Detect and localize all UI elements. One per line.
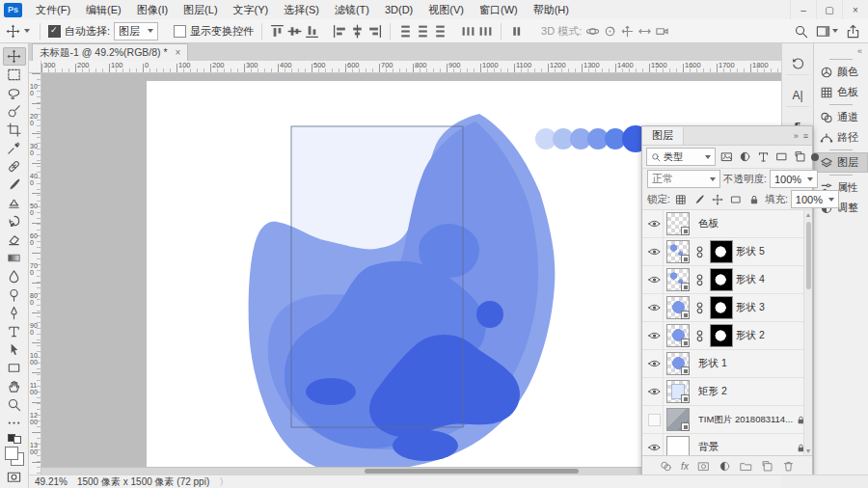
layer-name[interactable]: 形状 1 [698, 357, 812, 370]
visibility-toggle[interactable] [645, 210, 664, 237]
3d-camera-icon[interactable] [655, 24, 669, 39]
align-right-button[interactable] [367, 24, 382, 39]
visibility-toggle[interactable] [645, 294, 664, 321]
eyedropper-tool[interactable] [3, 139, 26, 157]
filter-type-layers-icon[interactable] [755, 149, 771, 165]
blend-mode-dropdown[interactable]: 正常 [647, 170, 720, 188]
move-tool[interactable] [3, 47, 26, 66]
minimize-button[interactable]: – [790, 0, 816, 19]
scroll-down-arrow[interactable]: ▼ [804, 447, 812, 454]
link-layers-button[interactable] [660, 460, 672, 473]
horizontal-scrollbar-thumb[interactable] [365, 469, 579, 474]
distribute-spacing-button[interactable] [509, 24, 524, 39]
layers-scrollbar-thumb[interactable] [806, 222, 811, 289]
menu-view[interactable]: 视图(V) [420, 1, 472, 19]
layer-mask-thumbnail[interactable] [710, 296, 733, 319]
align-left-button[interactable] [333, 24, 347, 39]
visibility-toggle[interactable] [645, 434, 664, 455]
visibility-toggle[interactable] [645, 350, 664, 377]
gradient-tool[interactable] [3, 249, 26, 267]
collapse-dock-button[interactable]: « [814, 43, 868, 57]
layer-thumbnail[interactable] [666, 268, 690, 291]
menu-edit[interactable]: 编辑(E) [78, 1, 129, 19]
zoom-tool[interactable] [3, 395, 26, 414]
vertical-ruler[interactable]: 1002003004005006007008009001000110012001… [29, 73, 41, 474]
status-chevron[interactable]: 〉 [219, 475, 229, 488]
layer-row-seban[interactable]: 色板 [642, 210, 812, 238]
layer-row-shape1[interactable]: 形状 1 [642, 350, 812, 378]
menu-filter[interactable]: 滤镜(T) [327, 1, 377, 19]
layer-row-shape4[interactable]: 形状 4 [642, 266, 812, 294]
history-brush-tool[interactable] [3, 212, 26, 230]
lock-pixels-icon[interactable] [692, 192, 707, 207]
visibility-toggle[interactable] [645, 406, 664, 433]
layer-thumbnail[interactable] [666, 380, 690, 403]
distribute-vcenter-button[interactable] [416, 24, 430, 39]
layer-thumbnail[interactable] [666, 240, 690, 263]
edit-toolbar-button[interactable] [3, 414, 26, 432]
visibility-toggle[interactable] [645, 322, 664, 349]
layer-thumbnail[interactable] [666, 324, 690, 347]
layer-name[interactable]: TIM图片 2018083114... [698, 414, 793, 426]
workspace-switcher[interactable] [816, 24, 838, 39]
show-transform-checkbox[interactable] [174, 25, 186, 38]
auto-select-checkbox[interactable] [48, 25, 61, 38]
layer-name[interactable]: 矩形 2 [698, 385, 812, 398]
align-bottom-button[interactable] [305, 24, 319, 39]
3d-roll-icon[interactable] [603, 24, 617, 39]
eraser-tool[interactable] [3, 230, 26, 249]
lock-artboard-icon[interactable] [728, 192, 744, 207]
scroll-up-arrow[interactable]: ▲ [804, 211, 812, 218]
maximize-button[interactable]: ▢ [816, 0, 842, 19]
tab-close-icon[interactable]: × [176, 47, 181, 58]
dock-item-color[interactable]: 颜色 [814, 62, 868, 82]
fill-dropdown[interactable]: 100% [791, 190, 839, 208]
type-tool[interactable] [3, 322, 26, 340]
opacity-dropdown[interactable]: 100% [770, 170, 818, 188]
dock-item-paths[interactable]: 路径 [814, 127, 868, 148]
layer-name[interactable]: 形状 4 [736, 273, 812, 286]
brush-tool[interactable] [3, 176, 26, 194]
layer-mask-thumbnail[interactable] [710, 324, 733, 347]
panel-menu-icon[interactable]: ≡ [803, 131, 807, 141]
history-panel-button[interactable] [786, 53, 809, 75]
layer-thumbnail[interactable] [666, 436, 690, 455]
delete-layer-button[interactable] [782, 460, 795, 473]
lock-all-icon[interactable] [746, 192, 762, 207]
ps-logo[interactable]: Ps [4, 3, 22, 17]
lock-position-icon[interactable] [710, 192, 725, 207]
marquee-tool[interactable] [3, 66, 26, 84]
visibility-toggle[interactable] [645, 266, 664, 293]
layer-row-shape3[interactable]: 形状 3 [642, 294, 812, 322]
crop-tool[interactable] [3, 121, 26, 139]
layer-mask-thumbnail[interactable] [710, 268, 733, 291]
dock-item-swatches[interactable]: 色板 [814, 82, 868, 102]
distribute-top-button[interactable] [398, 24, 413, 39]
layer-row-tim-image[interactable]: TIM图片 2018083114... [642, 406, 812, 434]
layer-thumbnail[interactable] [666, 408, 690, 431]
lock-transparent-icon[interactable] [673, 192, 689, 207]
character-panel-button[interactable]: A| [786, 85, 809, 107]
new-layer-button[interactable] [761, 460, 773, 473]
mask-link-icon[interactable] [692, 245, 707, 259]
align-top-button[interactable] [270, 24, 285, 39]
distribute-right-button[interactable] [478, 24, 493, 39]
panel-collapse-icon[interactable]: » [794, 131, 799, 141]
dock-item-channels[interactable]: 通道 [814, 107, 868, 127]
adjustment-layer-button[interactable] [719, 460, 731, 473]
dodge-tool[interactable] [3, 285, 26, 304]
foreground-background-colors[interactable] [5, 447, 24, 466]
menu-select[interactable]: 选择(S) [276, 1, 327, 19]
align-hcenter-button[interactable] [350, 24, 365, 39]
path-selection-tool[interactable] [3, 340, 26, 359]
smudge-tool[interactable] [3, 267, 26, 285]
distribute-bottom-button[interactable] [433, 24, 448, 39]
layer-name[interactable]: 形状 2 [736, 329, 812, 342]
layer-name[interactable]: 形状 5 [736, 245, 812, 258]
filter-toggle-icon[interactable] [811, 153, 819, 161]
pen-tool[interactable] [3, 304, 26, 322]
current-tool-badge[interactable] [4, 22, 32, 41]
shape-tool[interactable] [3, 359, 26, 377]
3d-orbit-icon[interactable] [585, 24, 600, 39]
layer-name[interactable]: 色板 [698, 217, 812, 230]
